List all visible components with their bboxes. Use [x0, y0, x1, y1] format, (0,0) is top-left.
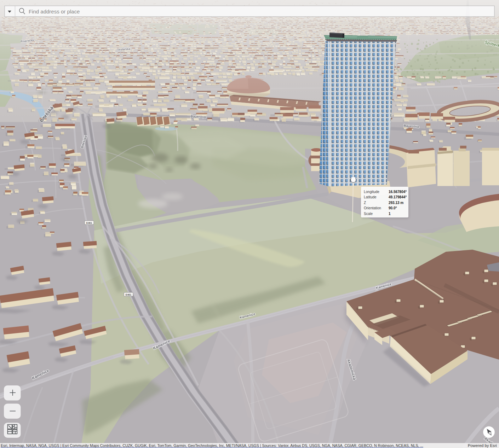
- svg-text:Longitude: Longitude: [364, 190, 379, 194]
- svg-text:E461: E461: [126, 293, 131, 296]
- svg-text:Bauerova: Bauerova: [190, 114, 206, 119]
- svg-text:E461: E461: [86, 222, 92, 224]
- svg-text:1: 1: [389, 212, 391, 216]
- svg-text:Orientation: Orientation: [364, 206, 381, 210]
- svg-text:293.13 m: 293.13 m: [389, 201, 403, 205]
- svg-text:Scale: Scale: [364, 212, 373, 216]
- svg-text:Latitude: Latitude: [364, 195, 377, 199]
- svg-text:Z: Z: [364, 201, 366, 205]
- svg-text:Esri, Intermap, NASA, NGA, USG: Esri, Intermap, NASA, NGA, USGS | Esri C…: [1, 443, 423, 448]
- svg-text:49.179844°: 49.179844°: [389, 195, 407, 199]
- svg-text:16.567804°: 16.567804°: [389, 190, 407, 194]
- svg-text:90.0°: 90.0°: [389, 206, 397, 210]
- svg-text:Powered by Esri: Powered by Esri: [468, 443, 497, 448]
- svg-text:Find address or place: Find address or place: [29, 8, 80, 14]
